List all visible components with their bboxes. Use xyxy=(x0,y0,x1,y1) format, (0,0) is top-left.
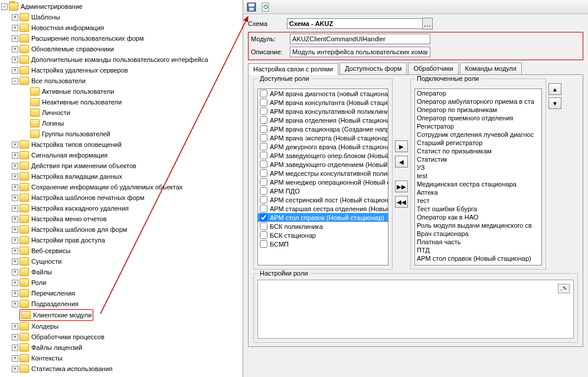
expander-icon[interactable]: + xyxy=(12,290,18,297)
expander-icon[interactable]: + xyxy=(12,25,18,31)
tree-item[interactable]: −Все пользователи xyxy=(11,76,243,86)
schema-field[interactable] xyxy=(287,18,423,29)
tree-item[interactable]: +Шаблоны xyxy=(11,12,243,22)
expander-icon[interactable]: + xyxy=(12,248,18,254)
expander-icon[interactable]: + xyxy=(12,366,18,372)
role-checkbox[interactable] xyxy=(260,178,267,186)
list-item[interactable]: Статист по призывникам xyxy=(415,147,541,155)
tree-panel[interactable]: − Администрирование +Шаблоны+Новостная и… xyxy=(0,0,243,377)
schema-lookup-button[interactable]: … xyxy=(422,18,433,29)
connected-roles-list[interactable]: ОператорОператор амбулаторного приема в … xyxy=(414,88,542,265)
tab-roles[interactable]: Настройка связи с ролями xyxy=(248,63,338,75)
list-item[interactable]: АРМ врача консультативной поликлиник xyxy=(258,107,388,116)
tree-item[interactable]: +Перечисления xyxy=(11,288,243,299)
tree-item[interactable]: +Настройка меню отчетов xyxy=(11,214,243,224)
list-item[interactable]: АРМ стол справок (Новый стационар) xyxy=(415,254,541,263)
tree-item[interactable]: Неактивные пользователи xyxy=(21,97,243,107)
description-field[interactable] xyxy=(290,47,430,57)
tree-item[interactable]: +Сохранение информации об удаляемых объе… xyxy=(11,182,243,192)
tree-item[interactable]: +Дополнительные команды пользовательског… xyxy=(11,54,243,65)
list-item[interactable]: АРМ старшая сестра отделения (Новый с xyxy=(258,204,388,213)
expander-icon[interactable]: + xyxy=(12,205,18,212)
tree-item[interactable]: +Файлы лицензий xyxy=(11,342,243,353)
list-item[interactable]: УЗ xyxy=(415,163,541,172)
expander-icon[interactable]: + xyxy=(12,195,18,201)
list-item[interactable]: Роль модуля выдачи медицинского св xyxy=(415,221,541,230)
list-item[interactable]: Оператор как в НАО xyxy=(415,213,541,221)
list-item[interactable]: Оператор xyxy=(415,89,541,97)
tree-item[interactable]: +Роли xyxy=(11,277,243,288)
role-checkbox[interactable] xyxy=(260,187,267,195)
move-right-button[interactable]: ▶ xyxy=(395,140,408,152)
role-checkbox[interactable] xyxy=(260,169,267,177)
expander-icon[interactable]: − xyxy=(12,78,18,84)
role-checkbox[interactable] xyxy=(260,160,267,168)
list-item[interactable]: Оператор по призывникам xyxy=(415,106,541,114)
role-checkbox[interactable] xyxy=(260,134,267,142)
list-item[interactable]: АРМ заведующего опер.блоком (Новый с xyxy=(258,151,388,160)
tree-item[interactable]: +Обновляемые справочники xyxy=(11,44,243,54)
role-checkbox[interactable] xyxy=(260,116,267,124)
role-checkbox[interactable] xyxy=(260,205,267,212)
role-checkbox[interactable] xyxy=(260,125,267,133)
tree-root[interactable]: − Администрирование xyxy=(0,1,243,12)
list-item[interactable]: Регистратор xyxy=(415,122,541,130)
tree-item[interactable]: +Обработчики процессов xyxy=(11,332,243,342)
expander-icon[interactable]: + xyxy=(12,142,18,148)
tree-item[interactable]: +Веб-сервисы xyxy=(11,245,243,256)
role-checkbox[interactable] xyxy=(260,222,267,230)
list-item[interactable]: Медицинская сестра стационара xyxy=(415,180,541,188)
list-item[interactable]: АРМ заведующего отделением (Новый ст xyxy=(258,160,388,169)
tree-item[interactable]: +Действия при изменении объектов xyxy=(11,160,243,171)
tab-handlers[interactable]: Обработчики xyxy=(408,63,458,74)
list-item[interactable]: Оператор приемного отделения xyxy=(415,114,541,122)
expander-icon[interactable]: + xyxy=(12,216,18,222)
list-item[interactable]: АРМ ПДО xyxy=(258,186,388,195)
role-checkbox[interactable] xyxy=(260,231,267,239)
tree-item[interactable]: +Холдеры xyxy=(11,321,243,332)
refresh-icon[interactable] xyxy=(261,2,270,12)
tree-item[interactable]: +Новостная информация xyxy=(11,22,243,33)
list-item[interactable]: Платная часть xyxy=(415,238,541,246)
tree-item[interactable]: Клиентские модули xyxy=(11,309,243,321)
list-item[interactable]: АРМ врача эксперта (Новый стационар) xyxy=(258,133,388,142)
expander-icon[interactable]: + xyxy=(12,280,18,286)
list-item[interactable]: АРМ врача консультанта (Новый стацион xyxy=(258,98,388,107)
expander-icon[interactable]: + xyxy=(12,163,18,169)
move-all-right-button[interactable]: ▶▶ xyxy=(395,181,408,192)
expander-icon[interactable]: + xyxy=(12,258,18,265)
expander-icon[interactable]: + xyxy=(12,227,18,233)
module-field[interactable] xyxy=(290,34,430,44)
tab-commands[interactable]: Команды модуля xyxy=(460,63,522,74)
role-checkbox[interactable] xyxy=(260,90,267,97)
list-item[interactable]: АРМ врача стационара (Создание направ xyxy=(258,124,388,133)
list-item[interactable]: АРМ врача диагноста (новый стационар) xyxy=(258,89,388,98)
tree-item[interactable]: +Подразделения xyxy=(11,299,243,309)
tree-item[interactable]: +Настройка удаленных серверов xyxy=(11,65,243,76)
role-checkbox[interactable] xyxy=(260,99,267,106)
list-item[interactable]: test xyxy=(415,172,541,180)
list-item[interactable]: АРМ стол справок (Новый стационар) xyxy=(258,213,388,222)
expander-icon[interactable]: + xyxy=(12,46,18,53)
expander-icon[interactable]: + xyxy=(12,237,18,244)
tree-item[interactable]: +Контексты xyxy=(11,353,243,363)
tree-item[interactable]: Активные пользователи xyxy=(21,86,243,97)
role-checkbox[interactable] xyxy=(260,214,267,221)
tree-item[interactable]: +Расширение пользовательских форм xyxy=(11,33,243,44)
list-item[interactable]: Статистик xyxy=(415,155,541,163)
tree-item[interactable]: +Настройка шаблонов для форм xyxy=(11,224,243,235)
list-item[interactable]: Старший регистратор xyxy=(415,139,541,147)
list-item[interactable]: АРМ сестринский пост (Новый стационар xyxy=(258,195,388,204)
edit-settings-button[interactable]: ..✎ xyxy=(558,284,570,293)
save-icon[interactable] xyxy=(247,2,256,12)
expander-icon[interactable]: + xyxy=(12,269,18,276)
move-left-button[interactable]: ◀ xyxy=(395,156,408,168)
list-item[interactable]: АРМ медсестры консультативной полик xyxy=(258,169,388,178)
move-all-left-button[interactable]: ◀◀ xyxy=(395,196,408,208)
list-item[interactable]: Оператор амбулаторного приема в ста xyxy=(415,97,541,106)
tree-item[interactable]: +Настройка валидации данных xyxy=(11,171,243,182)
tab-forms[interactable]: Доступность форм xyxy=(339,63,407,74)
tree-item[interactable]: +Настройка каскадного удаления xyxy=(11,203,243,214)
list-item[interactable]: БСМП xyxy=(258,240,388,248)
expander-icon[interactable]: + xyxy=(12,334,18,340)
